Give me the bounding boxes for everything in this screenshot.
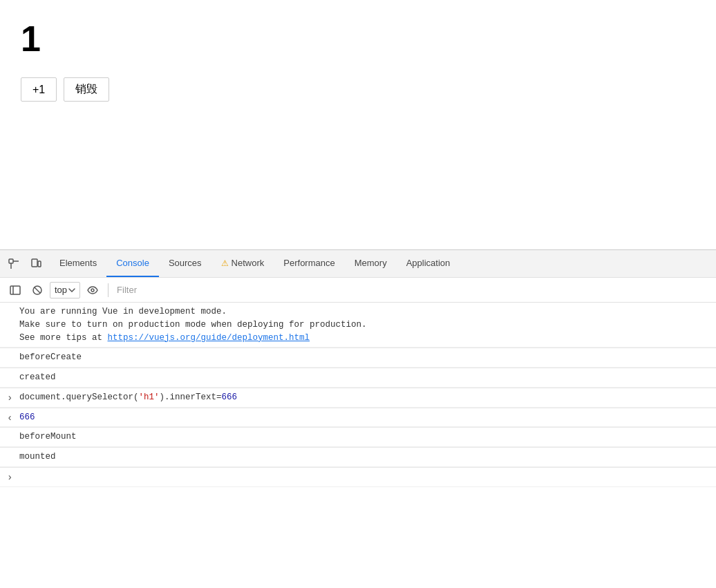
network-warning-icon: ⚠ — [221, 258, 229, 268]
button-area: +1 销毁 — [21, 77, 695, 102]
before-create-text: beforeCreate — [19, 352, 82, 362]
increment-button[interactable]: +1 — [21, 77, 57, 102]
console-mounted: mounted — [0, 448, 716, 467]
context-selector[interactable]: top — [50, 282, 80, 298]
context-selector-label: top — [55, 285, 67, 295]
clear-console-icon[interactable] — [28, 281, 47, 300]
svg-rect-5 — [10, 286, 20, 294]
page-title: 1 — [21, 21, 695, 57]
console-result-666: 666 — [0, 408, 716, 428]
filter-input[interactable] — [114, 283, 710, 296]
page-area: 1 +1 销毁 — [0, 0, 716, 252]
vue-message-line3: See more tips at — [19, 333, 108, 343]
destroy-button[interactable]: 销毁 — [64, 77, 109, 102]
console-vue-info: You are running Vue in development mode.… — [0, 303, 716, 348]
device-toggle-icon[interactable] — [25, 253, 47, 275]
svg-point-9 — [91, 289, 94, 292]
mounted-text: mounted — [19, 452, 56, 462]
console-before-create: beforeCreate — [0, 348, 716, 368]
tab-application[interactable]: Application — [397, 250, 460, 277]
console-before-mount: beforeMount — [0, 428, 716, 447]
devtools-toolbar: Elements Console Sources ⚠ Network Perfo… — [0, 250, 716, 278]
tab-console[interactable]: Console — [106, 250, 159, 277]
tab-performance[interactable]: Performance — [274, 250, 344, 277]
svg-rect-0 — [9, 259, 13, 263]
created-text: created — [19, 372, 56, 382]
tab-sources[interactable]: Sources — [159, 250, 211, 277]
result-value: 666 — [19, 412, 35, 422]
svg-rect-3 — [32, 259, 37, 267]
console-created: created — [0, 368, 716, 388]
devtools-tabs: Elements Console Sources ⚠ Network Perfo… — [50, 250, 460, 277]
vue-message-line1: You are running Vue in development mode. — [19, 307, 227, 316]
chevron-down-icon — [68, 288, 75, 292]
console-toolbar: top — [0, 278, 716, 303]
svg-line-8 — [35, 287, 40, 293]
tab-memory[interactable]: Memory — [345, 250, 397, 277]
eye-icon[interactable] — [83, 281, 102, 300]
query-selector-text: document.querySelector('h1').innerText=6… — [19, 392, 237, 402]
devtools-panel: Elements Console Sources ⚠ Network Perfo… — [0, 249, 716, 588]
toolbar-divider — [108, 283, 109, 297]
console-output[interactable]: You are running Vue in development mode.… — [0, 303, 716, 588]
inspect-element-icon[interactable] — [3, 253, 25, 275]
console-input-query: document.querySelector('h1').innerText=6… — [0, 388, 716, 408]
before-mount-text: beforeMount — [19, 432, 77, 442]
console-empty-input[interactable] — [0, 468, 716, 487]
console-sidebar-icon[interactable] — [6, 281, 25, 300]
vue-deployment-link[interactable]: https://vuejs.org/guide/deployment.html — [108, 333, 310, 343]
svg-rect-4 — [38, 261, 41, 267]
tab-network[interactable]: ⚠ Network — [211, 250, 274, 277]
vue-message-line2: Make sure to turn on production mode whe… — [19, 320, 367, 330]
tab-elements[interactable]: Elements — [50, 250, 106, 277]
